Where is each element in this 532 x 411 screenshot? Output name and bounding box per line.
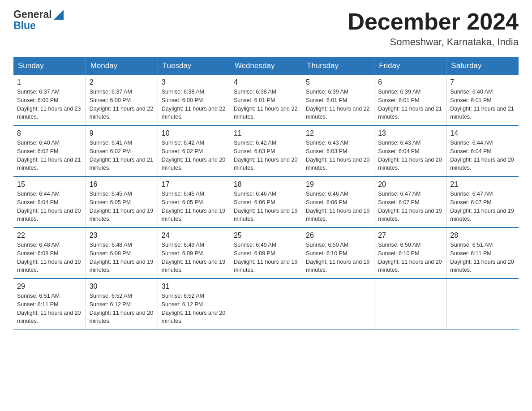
calendar-day-cell: 3 Sunrise: 6:38 AMSunset: 6:00 PMDayligh… xyxy=(158,75,230,125)
calendar-day-cell: 22 Sunrise: 6:48 AMSunset: 6:08 PMDaylig… xyxy=(13,227,86,278)
day-info: Sunrise: 6:49 AMSunset: 6:09 PMDaylight:… xyxy=(162,241,226,274)
day-number: 9 xyxy=(90,129,154,137)
day-number: 8 xyxy=(17,129,82,137)
day-header-tuesday: Tuesday xyxy=(158,57,230,75)
day-number: 12 xyxy=(306,129,370,137)
day-info: Sunrise: 6:46 AMSunset: 6:06 PMDaylight:… xyxy=(306,190,370,223)
day-info: Sunrise: 6:47 AMSunset: 6:07 PMDaylight:… xyxy=(378,190,442,223)
location-subtitle: Someshwar, Karnataka, India xyxy=(348,36,519,48)
day-info: Sunrise: 6:42 AMSunset: 6:02 PMDaylight:… xyxy=(162,139,226,172)
calendar-day-cell: 25 Sunrise: 6:49 AMSunset: 6:09 PMDaylig… xyxy=(230,227,302,278)
day-info: Sunrise: 6:48 AMSunset: 6:08 PMDaylight:… xyxy=(17,241,82,274)
day-number: 28 xyxy=(450,231,515,240)
calendar-day-cell: 24 Sunrise: 6:49 AMSunset: 6:09 PMDaylig… xyxy=(158,227,230,278)
calendar-day-cell xyxy=(230,278,302,330)
day-number: 23 xyxy=(90,231,154,240)
calendar-day-cell: 21 Sunrise: 6:47 AMSunset: 6:07 PMDaylig… xyxy=(446,176,519,227)
day-number: 13 xyxy=(378,129,442,137)
day-header-wednesday: Wednesday xyxy=(230,57,302,75)
day-info: Sunrise: 6:37 AMSunset: 6:00 PMDaylight:… xyxy=(90,88,154,121)
day-info: Sunrise: 6:49 AMSunset: 6:09 PMDaylight:… xyxy=(234,241,298,274)
day-header-thursday: Thursday xyxy=(302,57,374,75)
day-number: 11 xyxy=(234,129,298,137)
day-info: Sunrise: 6:43 AMSunset: 6:04 PMDaylight:… xyxy=(378,139,442,172)
day-number: 21 xyxy=(450,180,515,188)
day-info: Sunrise: 6:51 AMSunset: 6:11 PMDaylight:… xyxy=(450,241,515,274)
calendar-day-cell: 15 Sunrise: 6:44 AMSunset: 6:04 PMDaylig… xyxy=(13,176,86,227)
day-number: 20 xyxy=(378,180,442,188)
calendar-day-cell xyxy=(302,278,374,330)
calendar-day-cell: 10 Sunrise: 6:42 AMSunset: 6:02 PMDaylig… xyxy=(158,125,230,176)
day-number: 26 xyxy=(306,231,370,240)
day-info: Sunrise: 6:41 AMSunset: 6:02 PMDaylight:… xyxy=(90,139,154,172)
day-info: Sunrise: 6:39 AMSunset: 6:01 PMDaylight:… xyxy=(306,88,370,121)
calendar-day-cell: 5 Sunrise: 6:39 AMSunset: 6:01 PMDayligh… xyxy=(302,75,374,125)
calendar-day-cell: 13 Sunrise: 6:43 AMSunset: 6:04 PMDaylig… xyxy=(374,125,446,176)
calendar-day-cell: 1 Sunrise: 6:37 AMSunset: 6:00 PMDayligh… xyxy=(13,75,86,125)
logo-text-general: General xyxy=(13,9,52,20)
day-number: 27 xyxy=(378,231,442,240)
logo: General Blue xyxy=(13,9,64,32)
calendar-day-cell: 28 Sunrise: 6:51 AMSunset: 6:11 PMDaylig… xyxy=(446,227,519,278)
calendar-day-cell xyxy=(374,278,446,330)
day-info: Sunrise: 6:38 AMSunset: 6:01 PMDaylight:… xyxy=(234,88,298,121)
day-header-monday: Monday xyxy=(86,57,158,75)
calendar-day-cell: 18 Sunrise: 6:46 AMSunset: 6:06 PMDaylig… xyxy=(230,176,302,227)
day-number: 6 xyxy=(378,78,442,86)
day-info: Sunrise: 6:45 AMSunset: 6:05 PMDaylight:… xyxy=(162,190,226,223)
day-number: 10 xyxy=(162,129,226,137)
day-info: Sunrise: 6:38 AMSunset: 6:00 PMDaylight:… xyxy=(162,88,226,121)
calendar-week-row: 22 Sunrise: 6:48 AMSunset: 6:08 PMDaylig… xyxy=(13,227,519,278)
day-info: Sunrise: 6:40 AMSunset: 6:02 PMDaylight:… xyxy=(17,139,82,172)
calendar-day-cell: 9 Sunrise: 6:41 AMSunset: 6:02 PMDayligh… xyxy=(86,125,158,176)
calendar-day-cell: 8 Sunrise: 6:40 AMSunset: 6:02 PMDayligh… xyxy=(13,125,86,176)
day-header-saturday: Saturday xyxy=(446,57,519,75)
calendar-day-cell: 20 Sunrise: 6:47 AMSunset: 6:07 PMDaylig… xyxy=(374,176,446,227)
day-info: Sunrise: 6:45 AMSunset: 6:05 PMDaylight:… xyxy=(90,190,154,223)
calendar-day-cell: 14 Sunrise: 6:44 AMSunset: 6:04 PMDaylig… xyxy=(446,125,519,176)
calendar-day-cell: 23 Sunrise: 6:48 AMSunset: 6:08 PMDaylig… xyxy=(86,227,158,278)
day-number: 7 xyxy=(450,78,515,86)
calendar-day-cell: 16 Sunrise: 6:45 AMSunset: 6:05 PMDaylig… xyxy=(86,176,158,227)
day-info: Sunrise: 6:48 AMSunset: 6:08 PMDaylight:… xyxy=(90,241,154,274)
day-number: 14 xyxy=(450,129,515,137)
day-number: 24 xyxy=(162,231,226,240)
calendar-day-cell: 29 Sunrise: 6:51 AMSunset: 6:11 PMDaylig… xyxy=(13,278,86,330)
day-info: Sunrise: 6:44 AMSunset: 6:04 PMDaylight:… xyxy=(450,139,515,172)
calendar-day-cell: 11 Sunrise: 6:42 AMSunset: 6:03 PMDaylig… xyxy=(230,125,302,176)
calendar-week-row: 8 Sunrise: 6:40 AMSunset: 6:02 PMDayligh… xyxy=(13,125,519,176)
day-number: 16 xyxy=(90,180,154,188)
calendar-week-row: 15 Sunrise: 6:44 AMSunset: 6:04 PMDaylig… xyxy=(13,176,519,227)
day-number: 19 xyxy=(306,180,370,188)
day-number: 5 xyxy=(306,78,370,86)
day-info: Sunrise: 6:43 AMSunset: 6:03 PMDaylight:… xyxy=(306,139,370,172)
calendar-day-cell: 12 Sunrise: 6:43 AMSunset: 6:03 PMDaylig… xyxy=(302,125,374,176)
calendar-day-cell: 17 Sunrise: 6:45 AMSunset: 6:05 PMDaylig… xyxy=(158,176,230,227)
day-info: Sunrise: 6:47 AMSunset: 6:07 PMDaylight:… xyxy=(450,190,515,223)
day-number: 1 xyxy=(17,78,82,86)
day-number: 15 xyxy=(17,180,82,188)
header: General Blue December 2024 Someshwar, Ka… xyxy=(13,9,519,48)
calendar-day-cell: 30 Sunrise: 6:52 AMSunset: 6:12 PMDaylig… xyxy=(86,278,158,330)
calendar-week-row: 1 Sunrise: 6:37 AMSunset: 6:00 PMDayligh… xyxy=(13,75,519,125)
day-header-friday: Friday xyxy=(374,57,446,75)
day-number: 29 xyxy=(17,283,82,291)
calendar-day-cell: 7 Sunrise: 6:40 AMSunset: 6:01 PMDayligh… xyxy=(446,75,519,125)
logo-text-blue: Blue xyxy=(13,20,36,31)
calendar-day-cell: 4 Sunrise: 6:38 AMSunset: 6:01 PMDayligh… xyxy=(230,75,302,125)
day-number: 22 xyxy=(17,231,82,240)
calendar-day-cell: 6 Sunrise: 6:39 AMSunset: 6:01 PMDayligh… xyxy=(374,75,446,125)
calendar-day-cell: 31 Sunrise: 6:52 AMSunset: 6:12 PMDaylig… xyxy=(158,278,230,330)
day-info: Sunrise: 6:40 AMSunset: 6:01 PMDaylight:… xyxy=(450,88,515,121)
day-info: Sunrise: 6:50 AMSunset: 6:10 PMDaylight:… xyxy=(378,241,442,274)
day-info: Sunrise: 6:37 AMSunset: 6:00 PMDaylight:… xyxy=(17,88,82,121)
calendar-week-row: 29 Sunrise: 6:51 AMSunset: 6:11 PMDaylig… xyxy=(13,278,519,330)
day-info: Sunrise: 6:52 AMSunset: 6:12 PMDaylight:… xyxy=(90,292,154,325)
day-info: Sunrise: 6:50 AMSunset: 6:10 PMDaylight:… xyxy=(306,241,370,274)
day-number: 25 xyxy=(234,231,298,240)
day-number: 3 xyxy=(162,78,226,86)
calendar-day-cell: 26 Sunrise: 6:50 AMSunset: 6:10 PMDaylig… xyxy=(302,227,374,278)
day-info: Sunrise: 6:39 AMSunset: 6:01 PMDaylight:… xyxy=(378,88,442,121)
calendar-day-cell: 19 Sunrise: 6:46 AMSunset: 6:06 PMDaylig… xyxy=(302,176,374,227)
day-number: 18 xyxy=(234,180,298,188)
